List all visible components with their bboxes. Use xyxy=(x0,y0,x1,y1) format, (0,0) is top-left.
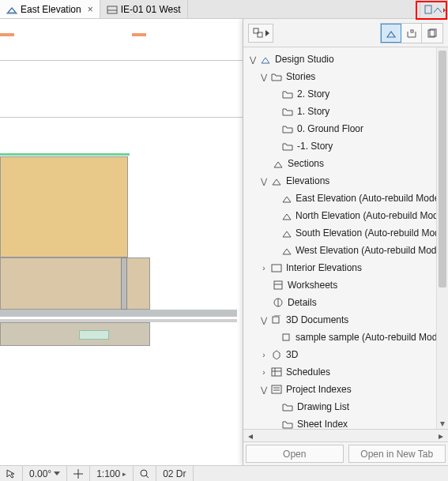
interior-elevation-icon xyxy=(107,5,118,14)
sections-icon xyxy=(272,157,284,170)
view-map-tab[interactable] xyxy=(401,24,422,43)
status-zoom-level[interactable]: 02 Dr xyxy=(156,466,193,481)
navigator-tree[interactable]: ⋁ Design Studio ⋁ Stories 2. Story 1. St… xyxy=(243,47,448,429)
tree-item-label: Design Studio xyxy=(275,54,334,65)
tab-close-button[interactable]: × xyxy=(88,4,93,15)
vertical-scrollbar[interactable]: ▴ ▾ xyxy=(436,47,448,429)
3d-icon xyxy=(270,348,283,361)
scroll-left-arrow[interactable]: ◂ xyxy=(245,430,256,442)
3d-documents-icon xyxy=(270,314,283,326)
tree-item-label: Stories xyxy=(286,71,315,82)
story-icon xyxy=(281,140,294,152)
status-ortho-icon[interactable] xyxy=(67,466,90,481)
scroll-thumb[interactable] xyxy=(439,51,446,287)
story-icon xyxy=(281,105,294,118)
index-item-icon xyxy=(281,400,294,413)
elevations-folder-icon xyxy=(270,175,283,187)
elevation-icon xyxy=(281,244,292,257)
interior-elevations-icon xyxy=(270,261,283,274)
tree-item-label: West Elevation (Auto-rebuild Model) xyxy=(296,245,447,256)
svg-rect-3 xyxy=(425,6,431,13)
expand-toggle[interactable]: › xyxy=(259,351,269,359)
tab-bar: East Elevation × IE-01 01 West xyxy=(0,0,448,19)
tab-ie01-west[interactable]: IE-01 01 West xyxy=(100,0,188,18)
expand-toggle[interactable]: ⋁ xyxy=(248,55,258,64)
status-scale[interactable]: 1:100▸ xyxy=(90,466,134,481)
tree-item-label: Worksheets xyxy=(288,280,337,291)
folder-icon xyxy=(270,70,283,83)
tree-item-label: sample sample (Auto-rebuild Model) xyxy=(296,332,448,343)
tab-east-elevation[interactable]: East Elevation × xyxy=(0,0,100,18)
worksheets-icon xyxy=(272,279,284,291)
tree-item-label: East Elevation (Auto-rebuild Model) xyxy=(296,193,445,204)
horizontal-scrollbar[interactable]: ◂ ▸ xyxy=(243,429,448,442)
index-item-icon xyxy=(281,418,294,429)
story-icon xyxy=(281,122,294,135)
svg-rect-10 xyxy=(274,281,282,289)
tree-item-label: Elevations xyxy=(286,175,329,186)
open-button[interactable]: Open xyxy=(246,445,344,463)
tree-item-label: Sheet Index xyxy=(297,419,348,429)
tree-item-label: Drawing List xyxy=(297,401,349,412)
project-map-tab[interactable] xyxy=(381,24,401,43)
tree-item-label: -1. Story xyxy=(297,141,333,152)
tab-label: IE-01 01 West xyxy=(121,4,181,15)
tree-item-label: 0. Ground Floor xyxy=(297,123,363,134)
tree-item-label: Sections xyxy=(288,158,324,169)
expand-toggle[interactable]: › xyxy=(259,264,269,272)
tree-item-label: 3D Documents xyxy=(286,314,348,325)
navigator-view-tabs xyxy=(380,23,443,43)
svg-point-25 xyxy=(141,470,147,476)
3d-doc-item-icon xyxy=(281,331,292,344)
tree-item-label: Schedules xyxy=(286,366,330,378)
navigator-toolbar xyxy=(243,19,448,47)
tab-label: East Elevation xyxy=(21,4,81,15)
scroll-right-arrow[interactable]: ▸ xyxy=(435,430,446,442)
project-icon xyxy=(259,53,272,66)
svg-rect-6 xyxy=(411,30,413,32)
svg-rect-17 xyxy=(272,368,281,376)
story-icon xyxy=(281,88,294,100)
svg-rect-9 xyxy=(272,265,281,272)
svg-rect-20 xyxy=(272,385,281,393)
navigator-settings-button[interactable] xyxy=(248,24,273,43)
expand-toggle[interactable]: ⋁ xyxy=(259,316,269,325)
project-indexes-icon xyxy=(270,383,283,396)
svg-rect-14 xyxy=(273,317,279,323)
navigator-panel: ⋁ Design Studio ⋁ Stories 2. Story 1. St… xyxy=(243,19,448,465)
tree-item-label: 3D xyxy=(286,349,298,360)
open-new-tab-button[interactable]: Open in New Tab xyxy=(348,445,446,463)
tree-item-label: North Elevation (Auto-rebuild Model) xyxy=(296,210,448,221)
status-angle[interactable]: 0.00° xyxy=(23,466,67,481)
status-pointer-icon[interactable] xyxy=(0,466,23,481)
schedules-icon xyxy=(270,366,283,378)
elevation-icon xyxy=(281,209,292,222)
elevation-icon xyxy=(6,5,17,14)
expand-toggle[interactable]: ⋁ xyxy=(259,385,269,394)
tree-item-label: Details xyxy=(288,297,317,308)
expand-toggle[interactable]: › xyxy=(259,368,269,377)
tree-item-label: South Elevation (Auto-rebuild Model) xyxy=(296,227,448,239)
scroll-down-arrow[interactable]: ▾ xyxy=(437,418,448,429)
navigator-popup-trigger[interactable] xyxy=(420,0,448,18)
svg-line-26 xyxy=(146,475,149,478)
status-zoom-icon[interactable] xyxy=(134,466,156,481)
tree-item-label: Interior Elevations xyxy=(286,262,362,273)
tree-item-label: Project Indexes xyxy=(286,384,352,395)
tree-item-label: 1. Story xyxy=(297,106,329,117)
svg-rect-16 xyxy=(283,334,289,340)
details-icon xyxy=(272,296,284,309)
expand-toggle[interactable]: ⋁ xyxy=(259,177,269,186)
expand-toggle[interactable]: ⋁ xyxy=(259,73,269,81)
tab-bar-spacer xyxy=(188,0,420,18)
status-bar: 0.00° 1:100▸ 02 Dr xyxy=(0,465,448,481)
layout-book-tab[interactable] xyxy=(422,24,442,43)
tree-item-label: 2. Story xyxy=(297,88,329,100)
elevation-icon xyxy=(281,192,292,205)
navigator-footer: Open Open in New Tab xyxy=(243,442,448,465)
elevation-icon xyxy=(281,227,292,239)
